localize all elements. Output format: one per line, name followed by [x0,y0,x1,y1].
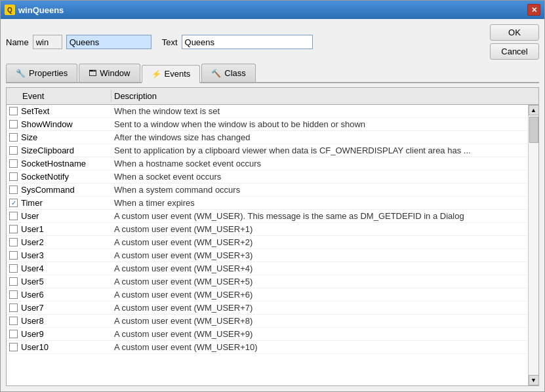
event-name: User5 [21,277,44,286]
description-cell: A custom user event (WM_USER+2) [111,236,528,248]
event-checkbox[interactable] [9,107,18,115]
description-cell: A custom user event (WM_USER+1) [111,223,528,235]
table-row[interactable]: ShowWindowSent to a window when the wind… [7,118,528,131]
event-name: User8 [21,316,44,326]
table-row[interactable]: SizeAfter the windows size has changed [7,131,528,144]
event-checkbox[interactable] [9,317,18,325]
title-bar-left: Q winQueens [5,5,64,15]
description-cell: A custom user event (WM_USER+5) [111,275,528,288]
cancel-button[interactable]: Cancel [490,43,539,60]
event-checkbox[interactable] [9,133,18,142]
table-row[interactable]: SysCommandWhen a system command occurs [7,184,528,197]
event-cell: User1 [7,223,111,235]
table-body[interactable]: SetTextWhen the window text is setShowWi… [7,105,528,385]
event-name: Timer [21,198,43,208]
text-label: Text [162,37,178,47]
table-row[interactable]: User2A custom user event (WM_USER+2) [7,236,528,249]
text-input[interactable] [182,35,313,49]
tab-properties[interactable]: 🔧 Properties [6,64,77,82]
table-row[interactable]: User7A custom user event (WM_USER+7) [7,302,528,315]
event-checkbox[interactable] [9,304,18,312]
event-name: User [21,211,39,221]
table-row[interactable]: User3A custom user event (WM_USER+3) [7,249,528,262]
description-cell: When the window text is set [111,105,528,117]
table-row[interactable]: User1A custom user event (WM_USER+1) [7,223,528,236]
event-cell: User5 [7,275,111,288]
close-button[interactable]: ✕ [527,4,540,16]
table-row[interactable]: User4A custom user event (WM_USER+4) [7,262,528,275]
table-row[interactable]: ✓TimerWhen a timer expires [7,197,528,210]
description-cell: When a hostname socket event occurs [111,157,528,170]
event-cell: SysCommand [7,184,111,196]
scroll-thumb[interactable] [529,117,538,143]
table-row[interactable]: SocketNotifyWhen a socket event occurs [7,170,528,184]
action-buttons: OK Cancel [490,24,539,60]
event-checkbox[interactable] [9,120,18,128]
tab-events-label: Events [165,69,191,79]
event-checkbox[interactable] [9,343,18,351]
description-cell: A custom user event (WM_USER+9) [111,328,528,340]
event-cell: User3 [7,249,111,262]
event-checkbox[interactable] [9,264,18,273]
table-row[interactable]: SetTextWhen the window text is set [7,105,528,118]
tab-class-label: Class [224,68,246,78]
window-tab-icon: 🗔 [89,69,96,78]
description-cell: A custom user event (WM_USER+7) [111,302,528,314]
top-row: Name Text OK Cancel [6,24,539,60]
table-row[interactable]: UserA custom user event (WM_USER). This … [7,210,528,223]
vertical-scrollbar[interactable]: ▲ ▼ [528,105,538,385]
event-checkbox[interactable] [9,251,18,260]
main-window: Q winQueens ✕ Name Text OK Cancel 🔧 [0,0,545,392]
tab-events[interactable]: ⚡ Events [142,65,201,83]
description-cell: Sent to application by a clipboard viewe… [111,144,528,157]
win-field[interactable] [33,35,62,49]
scroll-down-button[interactable]: ▼ [529,375,539,385]
event-name: User1 [21,224,44,234]
tab-class[interactable]: 🔨 Class [201,64,256,82]
event-checkbox[interactable]: ✓ [9,199,18,207]
event-cell: ✓Timer [7,197,111,209]
event-cell: User8 [7,315,111,327]
event-cell: ShowWindow [7,118,111,130]
event-checkbox[interactable] [9,330,18,338]
table-row[interactable]: User8A custom user event (WM_USER+8) [7,315,528,328]
table-row[interactable]: User9A custom user event (WM_USER+9) [7,328,528,341]
event-checkbox[interactable] [9,238,18,246]
description-cell: When a socket event occurs [111,170,528,183]
event-cell: User6 [7,288,111,301]
table-row[interactable]: SocketHostnameWhen a hostname socket eve… [7,157,528,170]
table-row[interactable]: User6A custom user event (WM_USER+6) [7,288,528,302]
ok-button[interactable]: OK [490,24,539,41]
event-name: Size [21,132,37,142]
event-cell: User4 [7,262,111,275]
tab-window[interactable]: 🗔 Window [79,64,140,82]
queens-input[interactable] [66,35,151,49]
event-name: SysCommand [21,185,75,195]
event-checkbox[interactable] [9,146,18,155]
event-checkbox[interactable] [9,212,18,220]
event-name: ShowWindow [21,119,73,129]
event-name: SizeClipboard [21,146,74,155]
event-name: User2 [21,237,44,247]
table-row[interactable]: SizeClipboardSent to application by a cl… [7,144,528,157]
event-checkbox[interactable] [9,172,18,181]
description-cell: A custom user event (WM_USER+8) [111,315,528,327]
description-cell: After the windows size has changed [111,131,528,144]
event-checkbox[interactable] [9,225,18,233]
scroll-up-button[interactable]: ▲ [529,105,539,115]
description-cell: When a system command occurs [111,184,528,196]
event-checkbox[interactable] [9,186,18,194]
description-cell: Sent to a window when the window is abou… [111,118,528,130]
event-cell: User9 [7,328,111,340]
event-checkbox[interactable] [9,290,18,299]
event-cell: User [7,210,111,222]
event-checkbox[interactable] [9,277,18,286]
class-icon: 🔨 [211,69,221,78]
event-cell: User2 [7,236,111,248]
event-name: SetText [21,106,49,116]
table-row[interactable]: User5A custom user event (WM_USER+5) [7,275,528,288]
table-row[interactable]: User10A custom user event (WM_USER+10) [7,341,528,354]
event-cell: SizeClipboard [7,144,111,157]
event-checkbox[interactable] [9,159,18,168]
description-cell: A custom user event (WM_USER+4) [111,262,528,275]
